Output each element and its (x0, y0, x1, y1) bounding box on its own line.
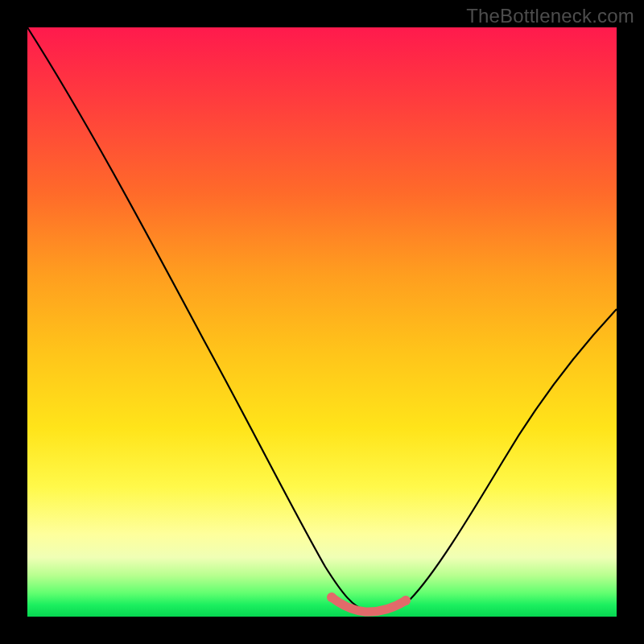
plot-area (27, 27, 617, 617)
chart-canvas: TheBottleneck.com (0, 0, 644, 644)
curve-layer (27, 27, 617, 617)
watermark-text: TheBottleneck.com (466, 5, 634, 27)
trough-dot-right (401, 596, 411, 605)
bottleneck-curve (27, 27, 617, 612)
trough-highlight (332, 597, 406, 612)
trough-dot-left (327, 592, 336, 602)
